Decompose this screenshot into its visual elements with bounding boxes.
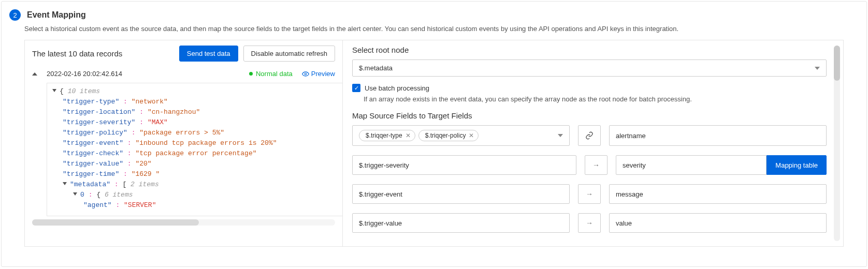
source-value: $.trigger-event — [359, 190, 402, 198]
arrow-operator-box[interactable]: → — [578, 184, 601, 204]
tag-label: $.triqqer-type — [366, 132, 402, 139]
json-bracket: { — [96, 191, 100, 199]
source-field-input[interactable]: $.trigger-severity — [352, 155, 576, 175]
record-row[interactable]: 2022-02-16 20:02:42.614 Normal data Prev… — [25, 67, 342, 83]
source-value: $.trigger-value — [359, 219, 402, 227]
target-field-input[interactable]: severity — [616, 155, 766, 175]
tree-toggle-icon[interactable] — [73, 192, 77, 196]
target-value: message — [616, 190, 643, 198]
json-meta: 6 items — [105, 191, 133, 199]
mapping-row: $.triqqer-type ✕ $.triqqer-policy ✕ aler… — [352, 125, 827, 146]
eye-icon — [302, 70, 309, 78]
section-header: 2 Event Mapping — [2, 2, 866, 25]
json-key: "trigger-type" — [63, 98, 119, 106]
root-node-select[interactable]: $.metadata — [352, 59, 827, 77]
root-node-value: $.metadata — [359, 64, 393, 72]
json-viewer[interactable]: { 10 items "trigger-type" : "network" "t… — [47, 83, 342, 216]
status-label: Normal data — [256, 70, 293, 78]
batch-processing-label: Use batch processing — [365, 84, 429, 92]
json-key: "trigger-severity" — [63, 118, 135, 126]
source-field-input[interactable]: $.trigger-event — [352, 184, 570, 204]
event-mapping-section: 2 Event Mapping Select a historical cust… — [1, 1, 867, 267]
json-meta: 10 items — [68, 87, 100, 95]
section-title: Event Mapping — [27, 10, 86, 20]
json-value: "tcp package error percentage" — [135, 150, 256, 157]
json-meta: 2 items — [131, 181, 159, 188]
horizontal-scrollbar[interactable] — [32, 219, 335, 226]
chevron-down-icon — [815, 67, 820, 70]
chevron-down-icon — [558, 134, 563, 137]
json-value: "inbound tcp package errors is 20%" — [135, 139, 277, 147]
json-value: "MAX" — [148, 118, 168, 126]
source-tag: $.triqqer-type ✕ — [359, 130, 415, 141]
json-key: 0 — [80, 191, 84, 199]
json-bracket: [ — [122, 181, 126, 188]
main-content: The latest 10 data records Send test dat… — [24, 40, 844, 247]
target-field-input[interactable]: alertname — [609, 125, 827, 146]
status-dot-icon — [249, 72, 253, 76]
status-normal: Normal data — [249, 70, 293, 78]
disable-auto-refresh-button[interactable]: Disable automatic refresh — [243, 46, 335, 62]
scrollbar-thumb[interactable] — [32, 219, 199, 226]
mapping-row: $.trigger-value → value — [352, 213, 827, 233]
batch-processing-checkbox[interactable]: ✓ — [352, 84, 360, 92]
scrollbar-thumb[interactable] — [834, 46, 840, 81]
target-value: value — [616, 219, 632, 227]
arrow-right-icon: → — [592, 161, 600, 169]
root-node-title: Select root node — [352, 46, 827, 54]
send-test-data-button[interactable]: Send test data — [179, 46, 238, 62]
link-icon — [585, 131, 594, 140]
json-key: "trigger-event" — [63, 139, 123, 147]
json-key: "trigger-value" — [63, 160, 123, 168]
source-value: $.trigger-severity — [359, 161, 409, 169]
svg-point-0 — [305, 73, 307, 75]
link-operator-box[interactable] — [578, 125, 601, 146]
json-value: "1629 " — [132, 170, 160, 178]
mapping-table-button[interactable]: Mapping table — [766, 155, 827, 175]
batch-processing-hint: If an array node exists in the event dat… — [364, 95, 827, 103]
source-field-input[interactable]: $.trigger-value — [352, 213, 570, 233]
left-pane: The latest 10 data records Send test dat… — [25, 40, 343, 246]
vertical-scrollbar[interactable] — [834, 46, 840, 241]
target-value: alertname — [616, 132, 646, 140]
json-key: "trigger-policy" — [63, 129, 127, 137]
json-key: "agent" — [83, 201, 112, 209]
tag-remove-icon[interactable]: ✕ — [406, 132, 411, 139]
record-timestamp: 2022-02-16 20:02:42.614 — [47, 70, 122, 78]
source-tag: $.triqqer-policy ✕ — [418, 130, 479, 141]
section-description: Select a historical custom event as the … — [2, 25, 866, 40]
map-fields-title: Map Source Fields to Target Fields — [352, 111, 827, 120]
json-value: "SERVER" — [124, 201, 156, 209]
tree-toggle-icon[interactable] — [52, 89, 56, 92]
latest-records-title: The latest 10 data records — [32, 49, 174, 58]
tag-label: $.triqqer-policy — [425, 132, 466, 139]
expand-caret-icon[interactable] — [32, 72, 37, 76]
arrow-right-icon: → — [586, 190, 593, 198]
left-pane-header: The latest 10 data records Send test dat… — [25, 40, 342, 67]
tree-toggle-icon[interactable] — [63, 182, 67, 185]
batch-processing-checkbox-row: ✓ Use batch processing — [352, 84, 827, 92]
mapping-row: $.trigger-severity → severity Mapping ta… — [352, 155, 827, 175]
json-key: "trigger-check" — [63, 150, 123, 157]
json-key: "metadata" — [70, 181, 110, 188]
json-value: "network" — [132, 98, 168, 106]
arrow-operator-box[interactable]: → — [578, 213, 601, 233]
tag-remove-icon[interactable]: ✕ — [469, 132, 474, 139]
json-key: "trigger-location" — [63, 108, 135, 116]
target-field-input[interactable]: message — [609, 184, 827, 204]
json-value: "package errors > 5%" — [139, 129, 224, 137]
arrow-right-icon: → — [586, 219, 593, 227]
arrow-operator-box[interactable]: → — [585, 155, 607, 175]
json-value: "cn-hangzhou" — [148, 108, 200, 116]
preview-label: Preview — [311, 70, 335, 78]
mapping-row: $.trigger-event → message — [352, 184, 827, 204]
json-key: "trigger-time" — [63, 170, 119, 178]
right-pane: Select root node $.metadata ✓ Use batch … — [343, 40, 843, 246]
json-value: "20" — [135, 160, 151, 168]
target-value: severity — [623, 161, 646, 169]
step-badge: 2 — [9, 9, 21, 21]
source-field-multiselect[interactable]: $.triqqer-type ✕ $.triqqer-policy ✕ — [352, 125, 570, 146]
target-field-input[interactable]: value — [609, 213, 827, 233]
preview-link[interactable]: Preview — [302, 70, 335, 78]
